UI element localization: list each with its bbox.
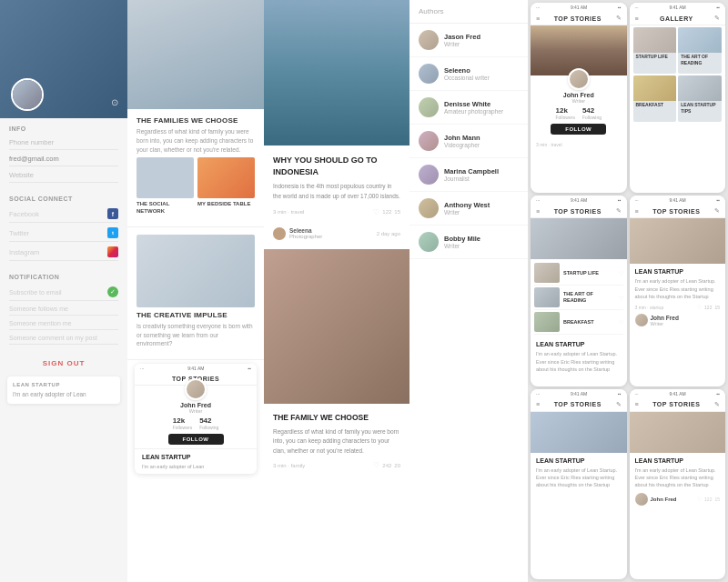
battery: ▪▪ xyxy=(618,197,622,203)
lean-body: I'm an early adopter of Lean Startup. Ev… xyxy=(536,350,622,373)
menu-icon: ≡ xyxy=(635,15,639,22)
signal: ··· xyxy=(536,5,540,10)
laptop-image xyxy=(531,218,627,259)
follow-btn[interactable]: FOLLOW xyxy=(551,124,606,135)
facebook-icon[interactable]: f xyxy=(107,208,118,219)
gallery-item-4[interactable]: LEAN STARTUP TIPS ♡○ xyxy=(678,75,722,122)
heart-icon: ♡ xyxy=(619,295,623,301)
card2-title: THE FAMILY WE CHOOSE xyxy=(273,413,400,424)
phone-bottom: LEAN STARTUP I'm an early adopter of Lea… xyxy=(135,448,257,474)
ts-img-2 xyxy=(534,287,560,307)
author-name: John Mann xyxy=(444,134,480,142)
phone-field[interactable]: Phone number xyxy=(9,135,118,150)
list-item[interactable]: Bobby Mile Writer xyxy=(410,226,528,259)
notif-follow-row: Someone follows me xyxy=(9,303,118,316)
signal: ··· xyxy=(536,197,540,203)
email-field[interactable]: fred@gmail.com xyxy=(9,152,118,166)
website-field[interactable]: Website xyxy=(9,168,118,183)
following-num: 542 xyxy=(582,106,602,115)
list-item[interactable]: Marina Campbell Journalist xyxy=(410,158,528,192)
battery: ▪▪ xyxy=(618,391,622,396)
author-meta: Seleena Photographer 2 day ago xyxy=(273,227,400,240)
author-info: Anthony West Writer xyxy=(444,201,490,216)
phone-mock-profile: ··· 9:41 AM ▪▪ TOP STORIES John Fred Wri… xyxy=(135,364,257,474)
top-stories-header-3: ≡ TOP STORIES ✎ xyxy=(630,205,726,218)
gallery-item-3[interactable]: BREAKFAST ♡○ xyxy=(633,75,677,122)
sign-out-button[interactable]: SIGN OUT xyxy=(0,359,127,367)
blog-hero-image xyxy=(127,0,264,109)
edit-icon: ✎ xyxy=(616,401,622,408)
followers-stat: 12k Followers xyxy=(173,416,192,430)
phone-gallery: ··· 9:41 AM ▪▪ ≡ GALLERY ✎ STARTUP LIFE … xyxy=(630,3,726,193)
twitter-icon[interactable]: t xyxy=(107,227,118,238)
list-item[interactable]: Seleeno Occasional writer xyxy=(410,57,528,91)
gallery-item-2[interactable]: THE ART OF READING ♡○ xyxy=(678,27,722,74)
edit-icon: ✎ xyxy=(616,207,622,215)
ts-list-item-1[interactable]: STARTUP LIFE ♡ xyxy=(534,261,623,286)
battery: ▪▪ xyxy=(716,5,720,10)
battery: ▪▪ xyxy=(618,5,622,10)
menu-icon: ≡ xyxy=(635,401,639,407)
blog-title-2: THE CREATIVE IMPULSE xyxy=(136,311,255,319)
meta: 3 min · travel xyxy=(536,142,622,147)
phone-lean-startup: ··· 9:41 AM ▪▪ ≡ TOP STORIES ✎ LEAN STAR… xyxy=(630,196,726,386)
menu-icon: ≡ xyxy=(536,401,540,407)
phone-name: John Fred xyxy=(180,402,211,408)
info-section-title: INFO xyxy=(9,125,118,132)
author-name: Seleena xyxy=(289,227,322,234)
lean-content: 3 min · travel xyxy=(531,138,627,193)
card2-likes: ♡ 242 20 xyxy=(373,461,400,469)
avatar xyxy=(419,165,439,185)
author-role: Amateur photographer xyxy=(444,108,503,115)
authors-header: Authors xyxy=(410,0,528,24)
notif-mention-label: Someone mention me xyxy=(9,320,71,326)
followers-lbl: Followers xyxy=(555,115,574,120)
lean-card: LEAN STARTUP I'm an early adopter of Lea… xyxy=(531,336,627,386)
follow-button[interactable]: FOLLOW xyxy=(168,434,224,445)
top-stories-label-5: TOP STORIES xyxy=(652,401,700,407)
time: 9:41 AM xyxy=(571,5,587,10)
comment-icon: ○ xyxy=(642,62,645,67)
article-hero-5 xyxy=(531,412,627,453)
ts-list-item-3[interactable]: BREAKFAST ♡ xyxy=(534,310,623,335)
camera-icon[interactable]: ⊙ xyxy=(111,97,118,107)
ts-img-3 xyxy=(534,312,560,332)
ts-list-item-2[interactable]: THE ART OF READING ♡ xyxy=(534,286,623,310)
gallery-item-1[interactable]: STARTUP LIFE ♡○ xyxy=(633,27,677,74)
author-info: Marina Campbell Journalist xyxy=(444,167,499,182)
list-item[interactable]: John Mann Videographer xyxy=(410,125,528,158)
comments-count: 15 xyxy=(394,209,400,215)
list-item[interactable]: Anthony West Writer xyxy=(410,192,528,226)
comment-icon: ○ xyxy=(687,67,690,73)
gallery-label-2: THE ART OF READING xyxy=(678,53,722,66)
article-card-2: THE FAMILY WE CHOOSE Regardless of what … xyxy=(264,249,410,489)
author-role: Videographer xyxy=(444,142,480,148)
author-role: Journalist xyxy=(444,176,499,182)
couple-image xyxy=(630,218,726,264)
instagram-icon[interactable] xyxy=(107,246,118,257)
lean-article-body: I'm an early adopter of Lean Startup. Ev… xyxy=(635,277,721,300)
top-stories-label-3: TOP STORIES xyxy=(652,208,700,215)
author-name: Jason Fred xyxy=(444,33,480,41)
author-name: Anthony West xyxy=(444,201,490,209)
phone-top-stories-3: ··· 9:41 AM ▪▪ ≡ TOP STORIES ✎ LEAN STAR… xyxy=(531,389,627,579)
lean-meta: 3 min · startup xyxy=(635,305,664,310)
likes-6: 122 xyxy=(704,497,712,502)
list-item[interactable]: Denisse White Amateur photographer xyxy=(410,91,528,125)
ts-img-1 xyxy=(534,263,560,283)
gallery-actions-3: ♡○ xyxy=(633,109,677,116)
check-icon[interactable]: ✓ xyxy=(107,286,118,297)
list-item[interactable]: Jason Fred Writer xyxy=(410,24,528,57)
status-bar: ··· 9:41 AM ▪▪ xyxy=(531,3,627,12)
comments: 15 xyxy=(714,305,720,310)
signal: ··· xyxy=(536,391,540,396)
followers-num: 12k xyxy=(555,106,574,115)
author-info: Seleeno Occasional writer xyxy=(444,66,490,81)
thumb-img-1 xyxy=(136,157,194,198)
article-hero-6 xyxy=(630,412,726,453)
gallery-label: GALLERY xyxy=(660,15,693,22)
lean-author-role: Writer xyxy=(651,321,679,326)
facebook-label: Facebook xyxy=(9,210,39,218)
followers: 12k Followers xyxy=(555,106,574,120)
article-content: WHY YOU SHOULD GO TO INDONESIA Indonesia… xyxy=(264,146,410,249)
